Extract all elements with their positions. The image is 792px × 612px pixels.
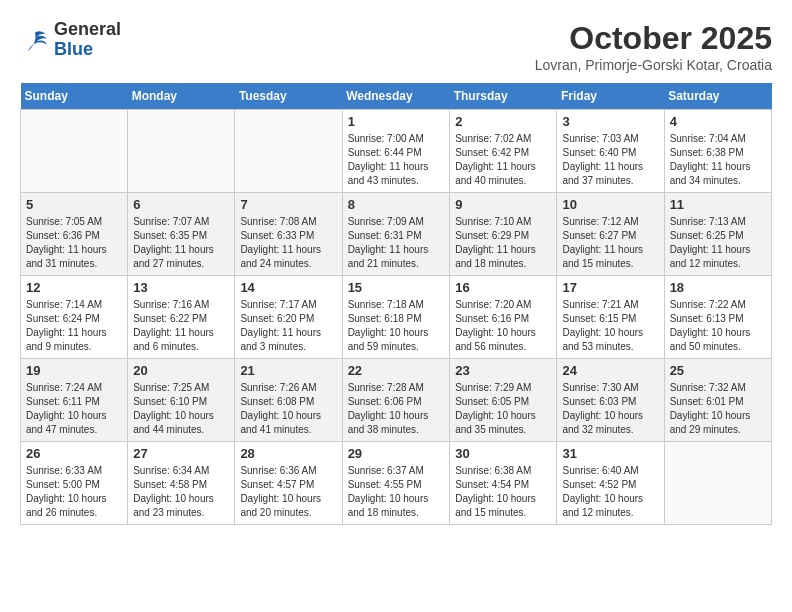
day-info: Sunrise: 7:29 AM Sunset: 6:05 PM Dayligh… <box>455 381 551 437</box>
day-number: 5 <box>26 197 122 212</box>
calendar-cell: 1Sunrise: 7:00 AM Sunset: 6:44 PM Daylig… <box>342 110 450 193</box>
day-number: 4 <box>670 114 766 129</box>
calendar-cell: 9Sunrise: 7:10 AM Sunset: 6:29 PM Daylig… <box>450 193 557 276</box>
day-info: Sunrise: 7:03 AM Sunset: 6:40 PM Dayligh… <box>562 132 658 188</box>
calendar-cell: 2Sunrise: 7:02 AM Sunset: 6:42 PM Daylig… <box>450 110 557 193</box>
calendar-cell <box>128 110 235 193</box>
day-number: 9 <box>455 197 551 212</box>
day-number: 1 <box>348 114 445 129</box>
day-number: 2 <box>455 114 551 129</box>
day-info: Sunrise: 6:36 AM Sunset: 4:57 PM Dayligh… <box>240 464 336 520</box>
day-info: Sunrise: 7:18 AM Sunset: 6:18 PM Dayligh… <box>348 298 445 354</box>
day-info: Sunrise: 7:07 AM Sunset: 6:35 PM Dayligh… <box>133 215 229 271</box>
day-info: Sunrise: 7:10 AM Sunset: 6:29 PM Dayligh… <box>455 215 551 271</box>
day-info: Sunrise: 7:21 AM Sunset: 6:15 PM Dayligh… <box>562 298 658 354</box>
calendar-cell: 5Sunrise: 7:05 AM Sunset: 6:36 PM Daylig… <box>21 193 128 276</box>
calendar-cell: 26Sunrise: 6:33 AM Sunset: 5:00 PM Dayli… <box>21 442 128 525</box>
calendar-cell: 3Sunrise: 7:03 AM Sunset: 6:40 PM Daylig… <box>557 110 664 193</box>
calendar-cell: 31Sunrise: 6:40 AM Sunset: 4:52 PM Dayli… <box>557 442 664 525</box>
header-day-friday: Friday <box>557 83 664 110</box>
day-info: Sunrise: 6:37 AM Sunset: 4:55 PM Dayligh… <box>348 464 445 520</box>
calendar-cell <box>21 110 128 193</box>
calendar-week-row: 26Sunrise: 6:33 AM Sunset: 5:00 PM Dayli… <box>21 442 772 525</box>
day-number: 27 <box>133 446 229 461</box>
calendar-cell: 22Sunrise: 7:28 AM Sunset: 6:06 PM Dayli… <box>342 359 450 442</box>
calendar-cell: 15Sunrise: 7:18 AM Sunset: 6:18 PM Dayli… <box>342 276 450 359</box>
page-header: General Blue October 2025 Lovran, Primor… <box>20 20 772 73</box>
day-info: Sunrise: 6:33 AM Sunset: 5:00 PM Dayligh… <box>26 464 122 520</box>
day-info: Sunrise: 7:00 AM Sunset: 6:44 PM Dayligh… <box>348 132 445 188</box>
month-year-title: October 2025 <box>535 20 772 57</box>
day-info: Sunrise: 6:34 AM Sunset: 4:58 PM Dayligh… <box>133 464 229 520</box>
day-number: 31 <box>562 446 658 461</box>
day-info: Sunrise: 7:22 AM Sunset: 6:13 PM Dayligh… <box>670 298 766 354</box>
day-info: Sunrise: 7:05 AM Sunset: 6:36 PM Dayligh… <box>26 215 122 271</box>
calendar-cell: 21Sunrise: 7:26 AM Sunset: 6:08 PM Dayli… <box>235 359 342 442</box>
day-number: 29 <box>348 446 445 461</box>
day-number: 22 <box>348 363 445 378</box>
day-number: 26 <box>26 446 122 461</box>
day-number: 8 <box>348 197 445 212</box>
day-number: 3 <box>562 114 658 129</box>
day-info: Sunrise: 7:14 AM Sunset: 6:24 PM Dayligh… <box>26 298 122 354</box>
calendar-cell <box>235 110 342 193</box>
day-info: Sunrise: 7:28 AM Sunset: 6:06 PM Dayligh… <box>348 381 445 437</box>
day-number: 24 <box>562 363 658 378</box>
calendar-cell: 16Sunrise: 7:20 AM Sunset: 6:16 PM Dayli… <box>450 276 557 359</box>
calendar-body: 1Sunrise: 7:00 AM Sunset: 6:44 PM Daylig… <box>21 110 772 525</box>
calendar-week-row: 5Sunrise: 7:05 AM Sunset: 6:36 PM Daylig… <box>21 193 772 276</box>
day-number: 17 <box>562 280 658 295</box>
day-info: Sunrise: 7:12 AM Sunset: 6:27 PM Dayligh… <box>562 215 658 271</box>
day-info: Sunrise: 7:16 AM Sunset: 6:22 PM Dayligh… <box>133 298 229 354</box>
day-number: 10 <box>562 197 658 212</box>
calendar-cell: 7Sunrise: 7:08 AM Sunset: 6:33 PM Daylig… <box>235 193 342 276</box>
day-number: 28 <box>240 446 336 461</box>
calendar-table: SundayMondayTuesdayWednesdayThursdayFrid… <box>20 83 772 525</box>
day-info: Sunrise: 6:40 AM Sunset: 4:52 PM Dayligh… <box>562 464 658 520</box>
day-info: Sunrise: 7:25 AM Sunset: 6:10 PM Dayligh… <box>133 381 229 437</box>
calendar-week-row: 12Sunrise: 7:14 AM Sunset: 6:24 PM Dayli… <box>21 276 772 359</box>
calendar-cell: 11Sunrise: 7:13 AM Sunset: 6:25 PM Dayli… <box>664 193 771 276</box>
day-number: 30 <box>455 446 551 461</box>
calendar-cell: 8Sunrise: 7:09 AM Sunset: 6:31 PM Daylig… <box>342 193 450 276</box>
calendar-cell: 6Sunrise: 7:07 AM Sunset: 6:35 PM Daylig… <box>128 193 235 276</box>
day-number: 15 <box>348 280 445 295</box>
day-info: Sunrise: 7:04 AM Sunset: 6:38 PM Dayligh… <box>670 132 766 188</box>
day-info: Sunrise: 7:08 AM Sunset: 6:33 PM Dayligh… <box>240 215 336 271</box>
header-day-monday: Monday <box>128 83 235 110</box>
logo: General Blue <box>20 20 121 60</box>
day-number: 11 <box>670 197 766 212</box>
calendar-cell <box>664 442 771 525</box>
header-row: SundayMondayTuesdayWednesdayThursdayFrid… <box>21 83 772 110</box>
calendar-cell: 25Sunrise: 7:32 AM Sunset: 6:01 PM Dayli… <box>664 359 771 442</box>
day-number: 18 <box>670 280 766 295</box>
calendar-cell: 14Sunrise: 7:17 AM Sunset: 6:20 PM Dayli… <box>235 276 342 359</box>
header-day-sunday: Sunday <box>21 83 128 110</box>
day-number: 12 <box>26 280 122 295</box>
calendar-week-row: 19Sunrise: 7:24 AM Sunset: 6:11 PM Dayli… <box>21 359 772 442</box>
day-number: 7 <box>240 197 336 212</box>
calendar-cell: 18Sunrise: 7:22 AM Sunset: 6:13 PM Dayli… <box>664 276 771 359</box>
day-number: 21 <box>240 363 336 378</box>
day-number: 25 <box>670 363 766 378</box>
calendar-cell: 10Sunrise: 7:12 AM Sunset: 6:27 PM Dayli… <box>557 193 664 276</box>
calendar-cell: 20Sunrise: 7:25 AM Sunset: 6:10 PM Dayli… <box>128 359 235 442</box>
day-info: Sunrise: 6:38 AM Sunset: 4:54 PM Dayligh… <box>455 464 551 520</box>
header-day-tuesday: Tuesday <box>235 83 342 110</box>
day-info: Sunrise: 7:30 AM Sunset: 6:03 PM Dayligh… <box>562 381 658 437</box>
day-number: 19 <box>26 363 122 378</box>
header-day-wednesday: Wednesday <box>342 83 450 110</box>
day-info: Sunrise: 7:17 AM Sunset: 6:20 PM Dayligh… <box>240 298 336 354</box>
calendar-cell: 24Sunrise: 7:30 AM Sunset: 6:03 PM Dayli… <box>557 359 664 442</box>
header-day-thursday: Thursday <box>450 83 557 110</box>
day-number: 16 <box>455 280 551 295</box>
calendar-cell: 12Sunrise: 7:14 AM Sunset: 6:24 PM Dayli… <box>21 276 128 359</box>
calendar-cell: 30Sunrise: 6:38 AM Sunset: 4:54 PM Dayli… <box>450 442 557 525</box>
day-info: Sunrise: 7:24 AM Sunset: 6:11 PM Dayligh… <box>26 381 122 437</box>
calendar-cell: 13Sunrise: 7:16 AM Sunset: 6:22 PM Dayli… <box>128 276 235 359</box>
day-info: Sunrise: 7:13 AM Sunset: 6:25 PM Dayligh… <box>670 215 766 271</box>
day-info: Sunrise: 7:09 AM Sunset: 6:31 PM Dayligh… <box>348 215 445 271</box>
calendar-cell: 29Sunrise: 6:37 AM Sunset: 4:55 PM Dayli… <box>342 442 450 525</box>
calendar-cell: 28Sunrise: 6:36 AM Sunset: 4:57 PM Dayli… <box>235 442 342 525</box>
day-number: 13 <box>133 280 229 295</box>
